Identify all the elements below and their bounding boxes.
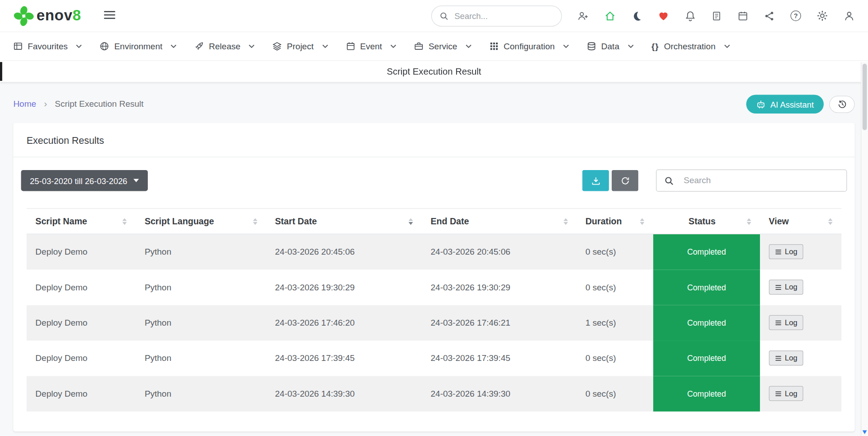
column-header-status[interactable]: Status — [653, 209, 760, 234]
chevron-down-icon — [724, 44, 730, 48]
log-button[interactable]: Log — [769, 351, 804, 365]
chevron-down-icon — [390, 44, 396, 48]
main-nav: Favourites Environment Release Project E… — [0, 32, 868, 61]
log-button[interactable]: Log — [769, 386, 804, 401]
calendar-icon[interactable] — [737, 10, 748, 21]
log-button[interactable]: Log — [769, 280, 804, 294]
column-header-duration[interactable]: Duration — [576, 209, 653, 234]
sort-icon — [747, 218, 751, 225]
document-icon[interactable] — [711, 10, 722, 21]
settings-gear-icon[interactable] — [816, 10, 828, 22]
nav-item-orchestration[interactable]: {} Orchestration — [642, 32, 739, 60]
breadcrumb-separator: › — [44, 99, 47, 109]
add-user-icon[interactable] — [577, 10, 589, 21]
favourites-heart-icon[interactable] — [658, 10, 670, 21]
title-accent-bar — [0, 62, 2, 81]
script-language-cell: Python — [136, 270, 266, 305]
date-range-dropdown[interactable]: 25-03-2020 till 26-03-2026 — [21, 170, 148, 191]
start-date-cell: 24-03-2026 20:45:06 — [266, 234, 422, 269]
table-controls-right — [582, 170, 847, 192]
end-date-cell: 24-03-2026 17:39:45 — [422, 340, 576, 375]
service-briefcase-icon — [414, 42, 424, 51]
home-icon[interactable] — [604, 10, 615, 21]
nav-item-favourites[interactable]: Favourites — [5, 32, 91, 60]
log-button[interactable]: Log — [769, 315, 804, 330]
sort-icon — [828, 218, 833, 225]
status-cell: Completed — [653, 305, 760, 340]
sort-icon — [253, 218, 257, 225]
event-calendar-icon — [346, 42, 355, 51]
environment-globe-icon — [100, 42, 109, 51]
duration-cell: 0 sec(s) — [576, 340, 653, 375]
nav-item-data[interactable]: Data — [578, 32, 642, 60]
start-date-cell: 24-03-2026 17:46:20 — [266, 305, 422, 340]
chevron-down-icon — [171, 44, 177, 48]
refresh-button[interactable] — [612, 170, 638, 191]
nav-item-configuration[interactable]: Configuration — [481, 32, 578, 60]
enov8-logo[interactable]: enov8 — [13, 5, 81, 27]
end-date-cell: 24-03-2026 14:39:30 — [422, 376, 576, 411]
search-icon — [439, 11, 448, 20]
breadcrumb-home-link[interactable]: Home — [13, 99, 36, 109]
nav-item-event[interactable]: Event — [337, 32, 405, 60]
nav-item-release[interactable]: Release — [186, 32, 264, 60]
topbar: enov8 — [0, 0, 868, 32]
chevron-down-icon — [466, 44, 472, 48]
nav-item-project[interactable]: Project — [264, 32, 337, 60]
status-cell: Completed — [653, 340, 760, 375]
sort-icon — [123, 218, 127, 225]
script-name-cell: Deploy Demo — [27, 340, 136, 375]
duration-cell: 1 sec(s) — [576, 305, 653, 340]
scrollbar-down-arrow[interactable] — [863, 430, 867, 434]
card-title: Execution Results — [13, 123, 854, 157]
table-row: Deploy Demo Python 24-03-2026 19:30:29 2… — [27, 270, 841, 305]
download-icon — [591, 176, 600, 185]
enov8-clover-icon — [13, 5, 34, 27]
column-header-end-date[interactable]: End Date — [422, 209, 576, 234]
favourites-icon — [13, 42, 23, 51]
share-icon[interactable] — [764, 10, 775, 21]
global-search[interactable] — [431, 5, 562, 27]
topbar-icons: ? — [577, 10, 854, 22]
end-date-cell: 24-03-2026 19:30:29 — [422, 270, 576, 305]
script-language-cell: Python — [136, 376, 266, 411]
help-icon[interactable]: ? — [791, 10, 801, 21]
column-header-script-language[interactable]: Script Language — [136, 209, 266, 234]
script-language-cell: Python — [136, 305, 266, 340]
configuration-grid-icon — [489, 42, 499, 51]
download-button[interactable] — [582, 170, 609, 191]
table-controls: 25-03-2020 till 26-03-2026 — [13, 157, 854, 201]
view-cell: Log — [760, 270, 841, 305]
nav-item-service[interactable]: Service — [406, 32, 481, 60]
list-icon — [775, 284, 782, 290]
menu-toggle-button[interactable] — [101, 8, 118, 23]
global-search-input[interactable] — [453, 10, 566, 21]
page-scrollbar[interactable] — [861, 62, 868, 436]
breadcrumb-row: Home › Script Execution Result AI Assist… — [13, 82, 854, 123]
sort-icon — [409, 218, 413, 225]
page-title: Script Execution Result — [387, 66, 481, 76]
table-row: Deploy Demo Python 24-03-2026 20:45:06 2… — [27, 234, 841, 269]
refresh-icon — [620, 176, 630, 185]
list-icon — [775, 249, 782, 255]
history-button[interactable] — [829, 95, 854, 113]
script-name-cell: Deploy Demo — [27, 305, 136, 340]
scrollbar-thumb[interactable] — [863, 64, 867, 130]
user-profile-icon[interactable] — [844, 10, 854, 21]
sort-icon — [563, 218, 568, 225]
notifications-bell-icon[interactable] — [685, 10, 696, 21]
page-actions: AI Assistant — [746, 95, 854, 114]
brand-name: enov8 — [37, 7, 81, 24]
table-search-input[interactable] — [683, 175, 839, 186]
chevron-down-icon — [563, 44, 569, 48]
table-search[interactable] — [656, 170, 847, 192]
column-header-view[interactable]: View — [760, 209, 841, 234]
column-header-start-date[interactable]: Start Date — [266, 209, 422, 234]
column-header-script-name[interactable]: Script Name — [27, 209, 136, 234]
ai-assistant-button[interactable]: AI Assistant — [746, 95, 824, 114]
start-date-cell: 24-03-2026 19:30:29 — [266, 270, 422, 305]
nav-item-environment[interactable]: Environment — [91, 32, 185, 60]
dark-mode-moon-icon[interactable] — [631, 10, 642, 21]
log-button[interactable]: Log — [769, 244, 804, 259]
execution-results-card: Execution Results 25-03-2020 till 26-03-… — [13, 123, 854, 431]
